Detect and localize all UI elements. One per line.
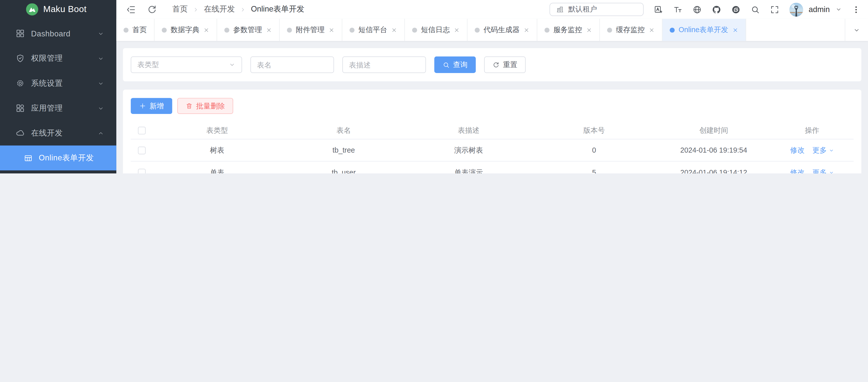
sidebar-item-label: Dashboard [31, 29, 97, 38]
shield-check-icon [16, 54, 25, 63]
chevron-down-icon [828, 170, 834, 173]
fullscreen-icon[interactable] [770, 5, 779, 14]
tab-list-dropdown[interactable] [845, 19, 868, 41]
table-row: 树表 tb_tree 演示树表 0 2024-01-06 19:19:54 修改… [131, 139, 854, 162]
tab-attachment-management[interactable]: 附件管理 [280, 19, 342, 41]
tab-dot-icon [412, 27, 417, 32]
sidebar-item-label: 在线开发 [31, 128, 97, 138]
edit-link[interactable]: 修改 [790, 167, 804, 173]
batch-delete-button[interactable]: 批量删除 [177, 98, 233, 114]
tab-dot-icon [545, 27, 550, 32]
translate-icon[interactable] [654, 5, 663, 14]
tab-service-monitor[interactable]: 服务监控 [537, 19, 600, 41]
tab-param-management[interactable]: 参数管理 [217, 19, 280, 41]
more-link[interactable]: 更多 [812, 145, 834, 155]
column-header-table-desc: 表描述 [406, 126, 531, 136]
tab-data-dictionary[interactable]: 数据字典 [155, 19, 217, 41]
app-logo: Maku Boot [0, 0, 116, 19]
column-header-version: 版本号 [531, 126, 657, 136]
breadcrumb-separator-icon [240, 6, 246, 12]
column-header-table-type: 表类型 [153, 126, 281, 136]
main-column: 首页 在线开发 Online表单开发 默认租户 [116, 0, 868, 173]
globe-icon[interactable] [692, 5, 702, 14]
tab-label: Online表单开发 [679, 25, 728, 35]
breadcrumb-item-current: Online表单开发 [251, 4, 305, 14]
trash-icon [185, 102, 193, 110]
sidebar-item-dashboard[interactable]: Dashboard [0, 21, 116, 46]
tab-dot-icon [349, 27, 354, 32]
breadcrumb-item-home[interactable]: 首页 [173, 4, 188, 14]
search-icon[interactable] [750, 5, 760, 14]
close-icon[interactable] [586, 27, 592, 33]
cell-table-desc: 单表演示 [406, 167, 531, 173]
sidebar-item-workflow-engine[interactable]: 流程引擎 [0, 170, 116, 173]
table-name-input[interactable] [250, 57, 334, 73]
collapse-sidebar-icon[interactable] [126, 4, 136, 15]
page-content: 表类型 查询 重置 新增 [116, 41, 868, 173]
sidebar-item-label: Online表单开发 [39, 153, 104, 163]
close-icon[interactable] [732, 27, 738, 33]
table-type-select[interactable]: 表类型 [131, 57, 242, 73]
sidebar-item-label: 系统设置 [31, 78, 97, 88]
row-checkbox[interactable] [138, 146, 146, 154]
cell-created: 2024-01-06 19:14:12 [657, 168, 771, 173]
breadcrumb-separator-icon [193, 6, 199, 12]
edit-link[interactable]: 修改 [790, 145, 804, 155]
sidebar-menu: Dashboard 权限管理 系统设置 应用管理 在线开发 [0, 19, 116, 173]
close-icon[interactable] [203, 27, 209, 33]
tab-dot-icon [475, 27, 480, 32]
table-toolbar: 新增 批量删除 [131, 98, 854, 114]
close-icon[interactable] [329, 27, 335, 33]
search-button[interactable]: 查询 [434, 57, 476, 73]
add-button[interactable]: 新增 [131, 98, 172, 114]
tab-home[interactable]: 首页 [116, 19, 155, 41]
tab-code-generator[interactable]: 代码生成器 [467, 19, 537, 41]
table-panel: 新增 批量删除 表类型 表名 表描述 版本号 创建时间 [123, 90, 861, 173]
user-menu[interactable]: admin [789, 2, 842, 16]
tab-label: 代码生成器 [484, 25, 520, 35]
close-icon[interactable] [649, 27, 655, 33]
tab-label: 附件管理 [296, 25, 325, 35]
close-icon[interactable] [391, 27, 397, 33]
close-icon[interactable] [266, 27, 272, 33]
close-icon[interactable] [454, 27, 460, 33]
tab-online-form[interactable]: Online表单开发 [662, 19, 746, 41]
tenant-select[interactable]: 默认租户 [549, 3, 644, 16]
chevron-down-icon [828, 147, 834, 153]
breadcrumb-item-online-dev[interactable]: 在线开发 [204, 4, 235, 14]
tab-dot-icon [224, 27, 229, 32]
more-link[interactable]: 更多 [812, 167, 834, 173]
gear-icon [16, 78, 25, 88]
font-size-icon[interactable] [673, 5, 682, 14]
github-icon[interactable] [712, 5, 721, 14]
row-checkbox[interactable] [138, 168, 146, 173]
sidebar-item-online-form[interactable]: Online表单开发 [0, 146, 116, 170]
cell-version: 0 [531, 146, 657, 154]
select-all-checkbox[interactable] [138, 127, 146, 135]
cell-table-name: tb_tree [281, 146, 406, 154]
sidebar-item-app-management[interactable]: 应用管理 [0, 96, 116, 120]
sidebar-item-online-dev[interactable]: 在线开发 [0, 121, 116, 146]
close-icon[interactable] [524, 27, 529, 33]
table-desc-input[interactable] [342, 57, 426, 73]
tab-dot-icon [607, 27, 612, 32]
chevron-down-icon [97, 30, 104, 37]
tab-cache-monitor[interactable]: 缓存监控 [600, 19, 662, 41]
table-grid-icon [24, 153, 33, 162]
kebab-menu-icon[interactable] [852, 5, 860, 13]
tab-sms-platform[interactable]: 短信平台 [342, 19, 405, 41]
cell-created: 2024-01-06 19:19:54 [657, 146, 771, 154]
cell-table-name: tb_user [281, 168, 406, 173]
sidebar-item-system-settings[interactable]: 系统设置 [0, 71, 116, 96]
reset-button[interactable]: 重置 [484, 57, 525, 73]
table-type-select-placeholder: 表类型 [137, 60, 159, 70]
refresh-icon[interactable] [147, 4, 157, 15]
sidebar-item-label: 应用管理 [31, 103, 97, 113]
top-header: 首页 在线开发 Online表单开发 默认租户 [116, 0, 868, 19]
gitee-icon[interactable] [731, 5, 740, 14]
cell-table-type: 树表 [153, 145, 281, 155]
tab-sms-log[interactable]: 短信日志 [405, 19, 467, 41]
sidebar-item-permission[interactable]: 权限管理 [0, 46, 116, 71]
more-link-label: 更多 [812, 145, 827, 155]
search-button-label: 查询 [453, 60, 467, 70]
